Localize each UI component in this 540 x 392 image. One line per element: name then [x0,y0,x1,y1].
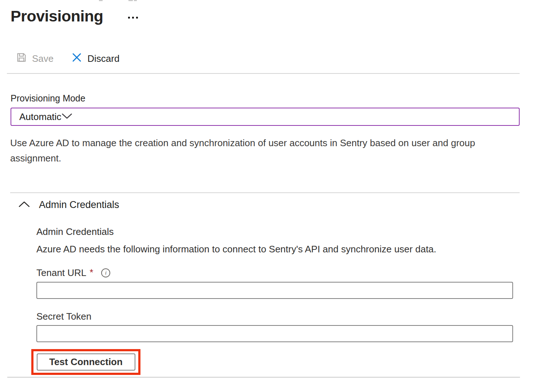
provisioning-mode-label: Provisioning Mode [11,93,86,104]
secret-token-input[interactable] [36,325,513,342]
discard-button[interactable]: Discard [72,52,119,65]
provisioning-page: Provisioning Save Discard [0,0,540,392]
save-icon [16,52,27,65]
cropped-text-artifact [128,0,133,1]
annotation-highlight-box: Test Connection [31,349,140,375]
save-button-label: Save [32,53,53,64]
discard-x-icon [72,52,82,65]
page-title: Provisioning [11,7,103,25]
cropped-text-artifact [134,0,137,1]
tenant-url-label: Tenant URL [36,267,86,279]
admin-credentials-section-toggle[interactable]: Admin Credentials [18,199,119,211]
admin-credentials-description: Azure AD needs the following information… [36,244,436,255]
dropdown-selected-value: Automatic [19,111,61,123]
more-menu-button[interactable] [127,15,139,20]
divider [10,192,520,193]
tenant-url-input[interactable] [36,282,513,299]
save-button[interactable]: Save [16,52,53,65]
info-icon[interactable]: i [101,268,110,277]
secret-token-label: Secret Token [36,311,91,322]
admin-credentials-subtitle: Admin Credentials [36,226,114,237]
ellipsis-icon [132,17,134,19]
provisioning-mode-description: Use Azure AD to manage the creation and … [10,135,494,166]
ellipsis-icon [136,17,138,19]
test-connection-button[interactable]: Test Connection [37,353,135,371]
chevron-down-icon [61,113,72,121]
provisioning-mode-dropdown[interactable]: Automatic [11,108,520,126]
chevron-up-icon [18,201,30,209]
divider [7,377,520,378]
section-title: Admin Credentials [39,199,119,211]
cropped-text-artifact [99,0,103,1]
description-line: assignment. [10,153,61,164]
description-line: Use Azure AD to manage the creation and … [10,137,475,148]
divider [7,73,520,74]
ellipsis-icon [128,17,130,19]
command-bar: Save Discard [16,52,119,65]
discard-button-label: Discard [87,53,119,64]
tenant-url-label-row: Tenant URL * i [36,267,110,279]
required-asterisk: * [90,267,93,278]
